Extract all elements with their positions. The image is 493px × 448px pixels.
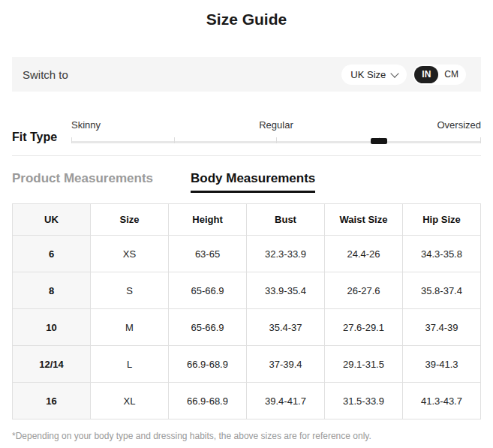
cell-height: 65-66.9 <box>169 272 247 309</box>
cell-waist: 29.1-31.5 <box>325 346 403 383</box>
slider-tick <box>71 137 72 143</box>
cell-uk: 10 <box>13 309 91 346</box>
fit-option-oversized: Oversized <box>437 119 481 131</box>
cell-hip: 35.8-37.4 <box>403 272 481 309</box>
body-measurements-table: UK Size Height Bust Waist Size Hip Size … <box>12 203 481 419</box>
unit-option-in[interactable]: IN <box>414 66 438 83</box>
cell-bust: 35.4-37 <box>247 309 325 346</box>
size-system-selected-value: UK Size <box>350 69 386 80</box>
cell-size: XS <box>91 236 169 272</box>
cell-waist: 27.6-29.1 <box>325 309 403 346</box>
cell-size: L <box>91 346 169 383</box>
cell-bust: 33.9-35.4 <box>247 272 325 309</box>
cell-waist: 26-27.6 <box>325 272 403 309</box>
size-guide-panel: Size Guide Switch to UK Size IN CM Fit T… <box>0 0 493 448</box>
fit-type-section: Fit Type Skinny Regular Oversized <box>12 119 481 145</box>
slider-tick <box>174 137 175 143</box>
cell-bust: 39.4-41.7 <box>247 383 325 419</box>
tab-body-measurements[interactable]: Body Measurements <box>191 171 315 193</box>
cell-height: 63-65 <box>169 236 247 272</box>
cell-height: 66.9-68.9 <box>169 383 247 419</box>
measurement-tabs: Product Measurements Body Measurements <box>12 171 481 193</box>
cell-waist: 31.5-33.9 <box>325 383 403 419</box>
fit-option-regular: Regular <box>259 119 293 131</box>
cell-bust: 37-39.4 <box>247 346 325 383</box>
cell-uk: 8 <box>13 272 91 309</box>
page-title: Size Guide <box>0 0 493 29</box>
unit-option-cm[interactable]: CM <box>438 66 464 83</box>
cell-height: 66.9-68.9 <box>169 346 247 383</box>
cell-uk: 6 <box>13 236 91 272</box>
cell-size: M <box>91 309 169 346</box>
cell-waist: 24.4-26 <box>325 236 403 272</box>
chevron-down-icon <box>391 69 399 77</box>
cell-hip: 37.4-39 <box>403 309 481 346</box>
fit-type-slider-handle[interactable] <box>371 138 387 144</box>
cell-hip: 41.3-43.7 <box>403 383 481 419</box>
column-header-waist-size: Waist Size <box>325 204 403 236</box>
fit-option-skinny: Skinny <box>71 119 101 131</box>
tab-product-measurements[interactable]: Product Measurements <box>12 171 153 193</box>
cell-uk: 16 <box>13 383 91 419</box>
cell-height: 65-66.9 <box>169 309 247 346</box>
cell-size: XL <box>91 383 169 419</box>
fit-type-label: Fit Type <box>12 131 71 143</box>
column-header-bust: Bust <box>247 204 325 236</box>
switch-to-bar: Switch to UK Size IN CM <box>12 57 481 92</box>
slider-tick <box>276 137 277 143</box>
fit-type-option-labels: Skinny Regular Oversized <box>71 119 481 131</box>
slider-tick <box>480 137 481 143</box>
fit-type-slider[interactable]: Skinny Regular Oversized <box>71 119 481 145</box>
column-header-size: Size <box>91 204 169 236</box>
cell-hip: 39-41.3 <box>403 346 481 383</box>
cell-bust: 32.3-33.9 <box>247 236 325 272</box>
cell-hip: 34.3-35.8 <box>403 236 481 272</box>
table-row: 8 S 65-66.9 33.9-35.4 26-27.6 35.8-37.4 <box>13 272 481 309</box>
switch-to-label: Switch to <box>23 68 68 81</box>
size-system-dropdown[interactable]: UK Size <box>341 65 407 85</box>
switch-controls: UK Size IN CM <box>341 65 466 85</box>
fit-type-track[interactable] <box>71 137 481 145</box>
cell-uk: 12/14 <box>13 346 91 383</box>
table-row: 12/14 L 66.9-68.9 37-39.4 29.1-31.5 39-4… <box>13 346 481 383</box>
table-header-row: UK Size Height Bust Waist Size Hip Size <box>13 204 481 236</box>
column-header-height: Height <box>169 204 247 236</box>
column-header-uk: UK <box>13 204 91 236</box>
reference-footnote: *Depending on your body type and dressin… <box>12 431 481 441</box>
table-row: 10 M 65-66.9 35.4-37 27.6-29.1 37.4-39 <box>13 309 481 346</box>
table-row: 16 XL 66.9-68.9 39.4-41.7 31.5-33.9 41.3… <box>13 383 481 419</box>
section-divider <box>12 155 481 156</box>
table-row: 6 XS 63-65 32.3-33.9 24.4-26 34.3-35.8 <box>13 236 481 272</box>
unit-toggle[interactable]: IN CM <box>413 65 466 85</box>
column-header-hip-size: Hip Size <box>403 204 481 236</box>
cell-size: S <box>91 272 169 309</box>
